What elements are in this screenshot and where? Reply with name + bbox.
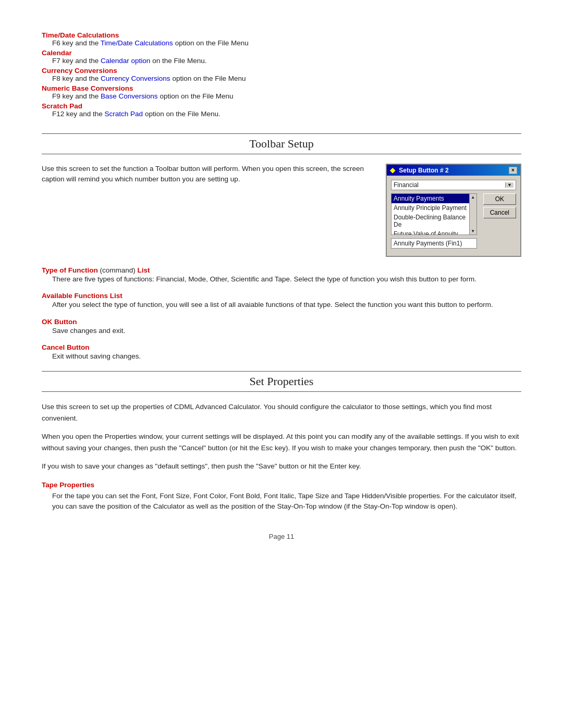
shortcut-desc-numbase: F9 key and the Base Conversions option o…: [52, 92, 521, 100]
toolbar-sub-body-type: There are five types of functions: Finan…: [52, 274, 521, 285]
dialog-close-button[interactable]: ×: [509, 167, 517, 174]
shortcut-item-currency: Currency Conversions F8 key and the Curr…: [42, 67, 521, 82]
properties-subsection-tape: Tape Properties For the tape you can set…: [42, 479, 521, 512]
shortcut-link-scratchpad[interactable]: Scratch Pad: [105, 110, 143, 118]
shortcut-desc-currency: F8 key and the Currency Conversions opti…: [52, 75, 521, 82]
dialog-type-dropdown[interactable]: Financial ▼: [391, 180, 516, 190]
shortcut-item-scratchpad: Scratch Pad F12 key and the Scratch Pad …: [42, 102, 521, 118]
dialog-icon: ◆: [390, 166, 395, 174]
shortcut-desc-scratchpad: F12 key and the Scratch Pad option on th…: [52, 110, 521, 118]
toolbar-sub-body-avail: After you select the type of function, y…: [52, 300, 521, 310]
dialog-titlebar: ◆ Setup Button # 2 ×: [387, 165, 520, 176]
shortcut-link-calendar[interactable]: Calendar option: [101, 57, 150, 65]
shortcut-title-numbase: Numeric Base Conversions: [42, 84, 521, 92]
properties-sub-body-tape: For the tape you can set the Font, Font …: [52, 491, 521, 512]
properties-para-2: When you open the Properties window, you…: [42, 431, 521, 453]
dialog-list-buttons-row: Annuity Payments Annuity Principle Payme…: [391, 193, 516, 252]
dialog-body: Financial ▼ Annuity Payments Annuity Pri…: [387, 176, 520, 256]
list-item-annuity-payments[interactable]: Annuity Payments: [391, 194, 476, 203]
shortcut-title-timedate: Time/Date Calculations: [42, 31, 521, 39]
toolbar-sub-title-type: Type of Function (command) List: [42, 266, 521, 274]
dialog-input-row: Annuity Payments (Fin1): [391, 238, 477, 249]
toolbar-subsection-avail: Available Functions List After you selec…: [42, 292, 521, 310]
list-item-annuity-principle[interactable]: Annuity Principle Payment: [391, 203, 476, 213]
shortcut-link-timedate[interactable]: Time/Date Calculations: [101, 39, 173, 47]
shortcut-item-numbase: Numeric Base Conversions F9 key and the …: [42, 84, 521, 100]
shortcut-prefix-numbase: F9 key and the: [52, 92, 101, 100]
toolbar-sub-title-ok: OK Button: [42, 318, 521, 326]
shortcut-prefix-timedate: F6 key and the: [52, 39, 101, 47]
scrollbar-down-icon[interactable]: ▼: [471, 228, 475, 235]
shortcut-item-timedate: Time/Date Calculations F6 key and the Ti…: [42, 31, 521, 47]
toolbar-intro-paragraph: Use this screen to set the function a To…: [42, 164, 370, 185]
shortcut-suffix-scratchpad: option on the File Menu.: [143, 110, 221, 118]
dialog-cancel-button[interactable]: Cancel: [483, 207, 516, 218]
scrollbar-up-icon[interactable]: ▲: [471, 194, 475, 201]
toolbar-intro-text: Use this screen to set the function a To…: [42, 164, 370, 257]
set-properties-body: Use this screen to set up the properties…: [42, 401, 521, 512]
toolbar-subsection-cancel: Cancel Button Exit without saving change…: [42, 343, 521, 362]
shortcut-title-calendar: Calendar: [42, 49, 521, 57]
shortcut-desc-timedate: F6 key and the Time/Date Calculations op…: [52, 39, 521, 47]
dialog-function-input[interactable]: Annuity Payments (Fin1): [391, 238, 477, 249]
toolbar-sub-type-end: List: [138, 266, 150, 274]
shortcut-prefix-calendar: F7 key and the: [52, 57, 101, 65]
dialog-dropdown-value: Financial: [394, 181, 419, 189]
dialog-functions-list[interactable]: Annuity Payments Annuity Principle Payme…: [391, 193, 477, 235]
shortcut-suffix-numbase: option on the File Menu: [158, 92, 234, 100]
set-properties-header: Set Properties: [42, 371, 521, 392]
shortcut-suffix-currency: option on the File Menu: [170, 75, 246, 82]
toolbar-setup-title: Toolbar Setup: [42, 137, 521, 151]
toolbar-setup-content: Use this screen to set the function a To…: [42, 164, 521, 257]
dialog-list-scrollbar[interactable]: ▲ ▼: [469, 194, 476, 235]
toolbar-setup-header: Toolbar Setup: [42, 133, 521, 154]
list-item-double-declining[interactable]: Double-Declining Balance De: [391, 213, 476, 229]
shortcut-suffix-calendar: on the File Menu.: [150, 57, 206, 65]
shortcut-link-currency[interactable]: Currency Conversions: [101, 75, 170, 82]
list-item-future-value[interactable]: Future Value of Annuity: [391, 229, 476, 235]
toolbar-sub-title-avail: Available Functions List: [42, 292, 521, 300]
toolbar-sub-body-cancel: Exit without saving changes.: [52, 351, 521, 362]
toolbar-sub-type-cmd: (command): [100, 266, 138, 274]
toolbar-sub-body-ok: Save changes and exit.: [52, 326, 521, 336]
dialog-dropdown-row: Financial ▼: [391, 180, 516, 190]
shortcut-desc-calendar: F7 key and the Calendar option on the Fi…: [52, 57, 521, 65]
shortcut-item-calendar: Calendar F7 key and the Calendar option …: [42, 49, 521, 65]
dialog-main-area: Annuity Payments Annuity Principle Payme…: [391, 193, 477, 252]
dialog-titlebar-left: ◆ Setup Button # 2: [390, 166, 449, 174]
dialog-ok-button[interactable]: OK: [483, 193, 516, 205]
properties-sub-title-tape: Tape Properties: [42, 479, 521, 491]
shortcut-prefix-scratchpad: F12 key and the: [52, 110, 105, 118]
shortcut-link-numbase[interactable]: Base Conversions: [101, 92, 158, 100]
dropdown-arrow-icon: ▼: [505, 182, 513, 188]
dialog-action-buttons: OK Cancel: [483, 193, 516, 252]
toolbar-subsection-type: Type of Function (command) List There ar…: [42, 266, 521, 285]
shortcut-suffix-timedate: option on the File Menu: [173, 39, 249, 47]
set-properties-title: Set Properties: [42, 375, 521, 388]
dialog-title: Setup Button # 2: [399, 167, 448, 174]
shortcut-title-currency: Currency Conversions: [42, 67, 521, 75]
toolbar-sub-type-main: Type of Function: [42, 266, 98, 274]
properties-para-1: Use this screen to set up the properties…: [42, 401, 521, 424]
setup-dialog: ◆ Setup Button # 2 × Financial ▼ Annuity…: [386, 164, 521, 257]
page-number: Page 11: [42, 533, 521, 540]
shortcuts-section: Time/Date Calculations F6 key and the Ti…: [42, 31, 521, 118]
shortcut-prefix-currency: F8 key and the: [52, 75, 101, 82]
shortcut-title-scratchpad: Scratch Pad: [42, 102, 521, 110]
toolbar-subsection-ok: OK Button Save changes and exit.: [42, 318, 521, 336]
toolbar-sub-title-cancel: Cancel Button: [42, 343, 521, 351]
properties-para-3: If you wish to save your changes as "def…: [42, 461, 521, 472]
